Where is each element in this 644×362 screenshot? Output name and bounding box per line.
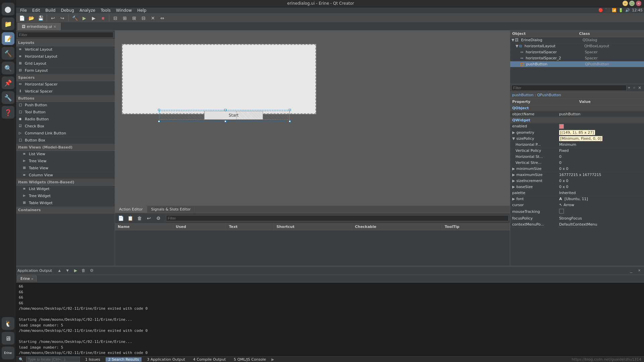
- redo-button[interactable]: ↪: [58, 14, 67, 22]
- prop-row-horiz-p[interactable]: Horizontal P... Minimum: [510, 141, 644, 147]
- prop-row-horiz-st[interactable]: Horizontal St... 0: [510, 154, 644, 160]
- col-used[interactable]: Used: [173, 224, 226, 230]
- col-shortcut[interactable]: Shortcut: [274, 224, 352, 230]
- prop-row-vert-policy[interactable]: Vertical Policy Fixed: [510, 147, 644, 154]
- prop-value-horiz-p[interactable]: Minimum: [557, 141, 644, 147]
- app-icon-build[interactable]: 🔨: [2, 47, 14, 60]
- prop-value-cursor[interactable]: ↖Arrow: [557, 202, 644, 208]
- col-tooltip[interactable]: ToolTip: [442, 224, 509, 230]
- widget-tree-widget[interactable]: ⊳ Tree Widget: [16, 193, 115, 200]
- output-scroll-down[interactable]: ▼: [64, 267, 71, 274]
- widget-table-widget[interactable]: ⊞ Table Widget: [16, 200, 115, 207]
- maximize-button[interactable]: □: [629, 1, 635, 6]
- app-icon-tools[interactable]: 🔧: [2, 91, 14, 104]
- app-icon-help[interactable]: ❓: [2, 106, 14, 119]
- widget-list-widget[interactable]: ≡ List Widget: [16, 186, 115, 193]
- status-tab-search[interactable]: 2 Search Results: [106, 357, 142, 362]
- app-icon-erine[interactable]: Erine: [2, 347, 14, 359]
- app-icon-projects[interactable]: 📌: [2, 76, 14, 89]
- widget-filter-input[interactable]: [17, 32, 113, 38]
- designer-form-layout[interactable]: ⊟: [139, 14, 148, 22]
- widget-list-view[interactable]: ≡ List View: [16, 151, 115, 158]
- tree-row-erinedialog[interactable]: ▼ 🖼 ErineDialog QDialog: [510, 37, 644, 43]
- geometry-expand[interactable]: ▶: [512, 130, 515, 135]
- sizeincr-expand[interactable]: ▶: [512, 179, 515, 183]
- app-icon-2[interactable]: 📁: [2, 17, 14, 30]
- minsize-expand[interactable]: ▶: [512, 167, 515, 171]
- status-tab-appoutput[interactable]: 3 Application Output: [144, 357, 188, 362]
- prop-value-mousetracking[interactable]: [557, 208, 644, 215]
- prop-row-font[interactable]: ▶font A [Ubuntu, 11]: [510, 196, 644, 202]
- tree-row-hspacer1[interactable]: ↔ horizontalSpacer Spacer: [510, 49, 644, 55]
- prop-row-contextmenu[interactable]: contextMenuPo... DefaultContextMenu: [510, 221, 644, 227]
- prop-value-basesize[interactable]: 0 x 0: [557, 184, 644, 190]
- output-scroll-up[interactable]: ▲: [56, 267, 63, 274]
- prop-row-basesize[interactable]: ▶baseSize 0 x 0: [510, 184, 644, 190]
- action-editor-tab[interactable]: Action Editor: [115, 206, 147, 213]
- output-clear[interactable]: 🗑: [80, 267, 87, 274]
- designer-adjust[interactable]: ⇔: [158, 14, 167, 22]
- debug-run-button[interactable]: ▶: [89, 14, 98, 22]
- basesize-expand[interactable]: ▶: [512, 185, 515, 189]
- prop-value-vert-stre[interactable]: 0: [557, 160, 644, 166]
- designer-grid-layout[interactable]: ⊞: [130, 14, 139, 22]
- status-tab-issues[interactable]: 1 Issues: [83, 357, 103, 362]
- tab-close-button[interactable]: ×: [53, 25, 56, 28]
- widget-tree-view[interactable]: ⊳ Tree View: [16, 158, 115, 165]
- prop-value-font[interactable]: A [Ubuntu, 11]: [557, 196, 644, 202]
- col-checkable[interactable]: Checkable: [352, 224, 442, 230]
- app-icon-debug[interactable]: 🖥: [2, 332, 14, 345]
- menu-edit[interactable]: Edit: [30, 7, 43, 13]
- menu-debug[interactable]: Debug: [58, 7, 76, 13]
- copy-action-button[interactable]: 📋: [126, 214, 135, 223]
- prop-value-horiz-st[interactable]: 0: [557, 154, 644, 160]
- prop-value-geometry[interactable]: [(149, 1), 85 x 27]: [557, 129, 644, 135]
- output-minimize[interactable]: _: [628, 267, 635, 274]
- undo-action-button[interactable]: ↩: [145, 214, 153, 223]
- prop-row-minsize[interactable]: ▶minimumSize 0 x 0: [510, 166, 644, 172]
- app-icon-os[interactable]: 🐧: [2, 317, 14, 330]
- col-text[interactable]: Text: [226, 224, 274, 230]
- app-icon-1[interactable]: ⬤: [2, 3, 14, 15]
- action-filter-input[interactable]: [166, 215, 508, 221]
- prop-value-focuspolicy[interactable]: StrongFocus: [557, 215, 644, 221]
- prop-value-minsize[interactable]: 0 x 0: [557, 166, 644, 172]
- property-filter-input[interactable]: [512, 85, 627, 91]
- menu-window[interactable]: Window: [113, 7, 135, 13]
- widget-grid-layout[interactable]: ⊞ Grid Layout: [16, 60, 115, 67]
- design-canvas[interactable]: Start: [115, 31, 510, 205]
- maxsize-expand[interactable]: ▶: [512, 173, 515, 177]
- new-button[interactable]: 📄: [17, 14, 26, 22]
- widget-tool-button[interactable]: □ Tool Button: [16, 109, 115, 116]
- signals-slots-tab[interactable]: Signals & Slots Editor: [147, 206, 195, 213]
- prop-row-maxsize[interactable]: ▶maximumSize 16777215 x 16777215: [510, 172, 644, 178]
- prop-row-sizepolicy[interactable]: ▼sizePolicy [Minimum, Fixed, 0, 0]: [510, 135, 644, 141]
- close-button[interactable]: ×: [636, 1, 641, 6]
- prop-row-geometry[interactable]: ▶geometry [(149, 1), 85 x 27]: [510, 129, 644, 135]
- widget-push-button[interactable]: □ Push Button: [16, 102, 115, 109]
- add-action-button[interactable]: 📄: [116, 214, 125, 223]
- widget-form-layout[interactable]: ⊟ Form Layout: [16, 67, 115, 74]
- prop-row-focuspolicy[interactable]: focusPolicy StrongFocus: [510, 215, 644, 221]
- widget-vertical-spacer[interactable]: ↕ Vertical Spacer: [16, 88, 115, 95]
- designer-break-layout[interactable]: ✕: [149, 14, 157, 22]
- property-filter-remove[interactable]: −: [632, 85, 637, 91]
- prop-value-contextmenu[interactable]: DefaultContextMenu: [557, 221, 644, 227]
- widget-check-box[interactable]: ☑ Check Box: [16, 123, 115, 130]
- widget-radio-button[interactable]: ◉ Radio Button: [16, 116, 115, 123]
- locate-input[interactable]: [26, 357, 80, 362]
- run-button[interactable]: ▶: [80, 14, 89, 22]
- erine-tab-close[interactable]: ×: [31, 277, 34, 281]
- erine-output-tab[interactable]: Erine ×: [17, 276, 37, 282]
- menu-file[interactable]: File: [17, 7, 30, 13]
- prop-row-palette[interactable]: palette Inherited: [510, 190, 644, 196]
- prop-value-sizepolicy[interactable]: [Minimum, Fixed, 0, 0]: [557, 135, 644, 141]
- designer-vertical-layout[interactable]: ⊞: [120, 14, 129, 22]
- widget-horizontal-spacer[interactable]: ↔ Horizontal Spacer: [16, 81, 115, 88]
- prop-value-enabled[interactable]: [557, 123, 644, 129]
- app-icon-analyze[interactable]: 🔍: [2, 62, 14, 74]
- minimize-button[interactable]: −: [623, 1, 628, 6]
- prop-value-maxsize[interactable]: 16777215 x 16777215: [557, 172, 644, 178]
- menu-help[interactable]: Help: [135, 7, 149, 13]
- widget-column-view[interactable]: ≡ Column View: [16, 172, 115, 179]
